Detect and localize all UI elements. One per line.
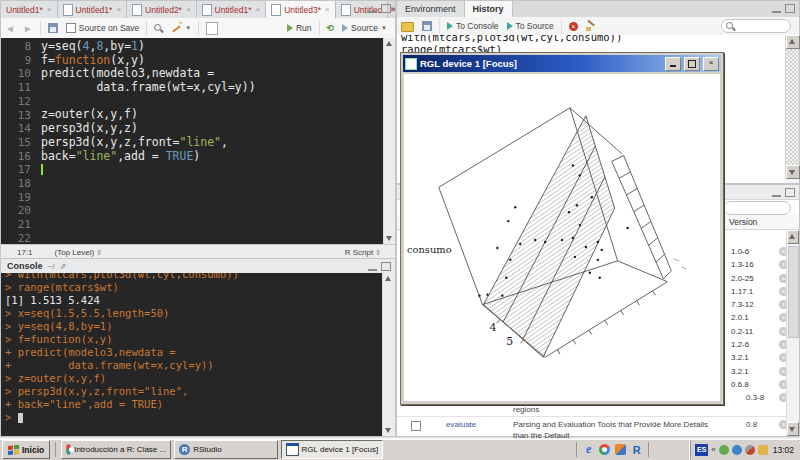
close-button[interactable]: × — [703, 57, 719, 71]
arrow-right-icon — [507, 22, 513, 30]
package-name-link[interactable]: evaluate — [446, 420, 476, 429]
search-icon — [154, 24, 163, 33]
run-button[interactable]: Run — [283, 20, 316, 36]
maximize-icon[interactable] — [381, 4, 391, 13]
task-label: RGL device 1 [Focus] — [302, 445, 379, 454]
delete-icon: × — [569, 22, 578, 31]
tab-untitled1-c[interactable]: Untitled1*× — [197, 1, 267, 18]
working-directory: ~/ — [48, 262, 55, 271]
code-editor[interactable]: 8910111213141516171819202122 y=seq(4,8,b… — [1, 38, 395, 244]
tab-untitled2[interactable]: Untitled2*× — [127, 1, 197, 18]
remove-entry-button[interactable]: × — [565, 18, 582, 34]
code-lines[interactable]: y=seq(4,8,by=1)f=function(x,y)predict(mo… — [41, 40, 383, 244]
popout-icon[interactable]: ⇗ — [59, 262, 66, 271]
tab-untitled1-b[interactable]: Untitled1*× — [58, 1, 128, 18]
forward-icon[interactable]: ► — [19, 20, 37, 36]
console-pane: Console ~/ ⇗ > with(mtcars,plot3d(wt,cyl… — [0, 258, 396, 437]
console-output[interactable]: > with(mtcars,plot3d(wt,cyl,consumo))> r… — [1, 273, 383, 436]
start-button[interactable]: Inicio — [2, 440, 50, 459]
scroll-down-icon[interactable] — [385, 428, 391, 433]
tray-icon-green[interactable] — [719, 445, 729, 455]
media-player-icon[interactable] — [614, 443, 627, 456]
scrollbar-thumb[interactable] — [788, 246, 799, 338]
rgl-window-icon — [405, 58, 417, 70]
task-rgl-device[interactable]: RGL device 1 [Focus] — [281, 440, 383, 459]
minimize-icon[interactable] — [368, 4, 377, 13]
scroll-down-button[interactable] — [786, 165, 800, 179]
source-on-save-checkbox[interactable]: Source on Save — [62, 20, 143, 36]
scroll-down-button[interactable] — [787, 422, 799, 436]
packages-search-input[interactable] — [723, 201, 791, 215]
tray-icon-update[interactable] — [758, 445, 768, 455]
scroll-up-button[interactable] — [787, 230, 799, 244]
scroll-up-icon[interactable] — [385, 276, 391, 281]
editor-scrollbar[interactable] — [383, 38, 395, 244]
tab-untitled1-a[interactable]: Untitled1*× — [1, 1, 58, 18]
scroll-up-button[interactable] — [786, 35, 800, 49]
tab-environment[interactable]: Environment — [397, 1, 465, 17]
open-history-button[interactable] — [397, 18, 418, 34]
chevron-down-icon: ▼ — [185, 25, 191, 31]
checkbox-icon[interactable] — [66, 23, 76, 33]
source-button[interactable]: Source▼ — [338, 20, 391, 36]
close-icon[interactable]: × — [255, 5, 260, 14]
scroll-down-icon[interactable] — [386, 236, 392, 241]
file-type-selector[interactable]: R Script⇕ — [345, 248, 381, 257]
maximize-button[interactable] — [684, 57, 700, 71]
r-launcher-icon[interactable]: R — [630, 443, 643, 456]
history-scrollbar[interactable] — [785, 35, 799, 179]
minimize-icon[interactable] — [368, 262, 377, 271]
save-icon — [422, 21, 432, 31]
console-scrollbar[interactable] — [382, 273, 395, 436]
tab-label: Untitled1* — [76, 5, 113, 15]
close-icon[interactable]: × — [186, 5, 191, 14]
chrome-icon — [66, 444, 71, 455]
rgl-canvas[interactable]: consumo 4 5 — [404, 74, 720, 401]
minimize-icon[interactable] — [772, 188, 781, 197]
tab-untitled3-active[interactable]: Untitled3*× — [266, 1, 336, 18]
maximize-icon[interactable] — [381, 262, 391, 271]
search-icon — [726, 22, 735, 31]
to-console-button[interactable]: To Console — [443, 18, 503, 34]
tray-icon-network[interactable] — [745, 445, 755, 455]
maximize-icon[interactable] — [785, 188, 795, 197]
packages-scrollbar[interactable] — [786, 230, 799, 436]
version-column-header[interactable]: Version — [729, 217, 757, 227]
minimize-button[interactable] — [665, 57, 681, 71]
scope-selector[interactable]: (Top Level)⇕ — [55, 248, 102, 257]
task-rstudio[interactable]: R RStudio — [174, 440, 278, 459]
tab-history[interactable]: History — [465, 1, 513, 17]
close-icon[interactable]: × — [116, 5, 121, 14]
compile-notebook-button[interactable] — [202, 20, 222, 36]
code-tools-button[interactable]: ▼ — [167, 20, 195, 36]
close-icon[interactable]: × — [47, 5, 52, 14]
package-checkbox[interactable] — [411, 421, 421, 431]
arrow-right-icon — [447, 22, 453, 30]
to-source-button[interactable]: To Source — [503, 18, 558, 34]
language-indicator[interactable]: ES — [695, 444, 708, 456]
clear-history-button[interactable] — [582, 18, 600, 34]
source-on-save-label: Source on Save — [79, 23, 139, 33]
tray-icon-blue[interactable] — [732, 445, 742, 455]
scroll-up-icon[interactable] — [386, 41, 392, 46]
chrome-launcher-icon[interactable] — [598, 443, 611, 456]
close-icon[interactable]: × — [325, 5, 330, 14]
console-pane-buttons — [368, 262, 391, 271]
window-icon — [286, 443, 298, 456]
internet-explorer-icon[interactable]: e — [582, 443, 595, 456]
package-row-evaluate[interactable]: evaluate Parsing and Evaluation Tools th… — [397, 416, 799, 439]
back-icon[interactable]: ◄ — [1, 20, 19, 36]
rgl-device-window[interactable]: RGL device 1 [Focus] × — [400, 52, 724, 405]
save-button[interactable] — [44, 20, 62, 36]
history-search-input[interactable] — [721, 19, 791, 33]
save-history-button[interactable] — [418, 18, 436, 34]
rgl-titlebar[interactable]: RGL device 1 [Focus] × — [403, 55, 721, 72]
to-source-label: To Source — [516, 21, 554, 31]
axis-tick-label-4: 4 — [489, 321, 496, 334]
rerun-button[interactable]: ⟲ — [323, 20, 339, 36]
maximize-icon[interactable] — [785, 4, 795, 13]
tray-expand-icon[interactable]: « — [711, 445, 715, 454]
minimize-icon[interactable] — [772, 4, 781, 13]
task-browser[interactable]: Introducción a R: Clase ... — [61, 440, 171, 459]
find-button[interactable] — [150, 20, 167, 36]
